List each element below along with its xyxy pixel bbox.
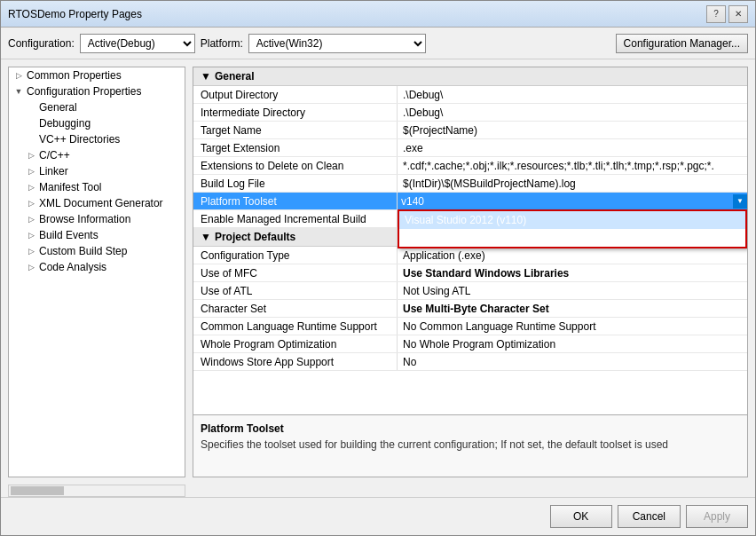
description-panel: Platform Toolset Specifies the toolset u… [193,414,747,477]
description-title: Platform Toolset [201,422,740,435]
tree-label-vc-directories: VC++ Directories [39,133,120,146]
ok-button[interactable]: OK [550,505,612,528]
config-manager-button[interactable]: Configuration Manager... [616,34,748,53]
tree-item-configuration-properties[interactable]: ▼ Configuration Properties [9,83,185,99]
tree-item-code-analysis[interactable]: ▷ Code Analysis [9,259,185,275]
prop-name-intermediate-dir: Intermediate Directory [193,104,398,121]
horizontal-scrollbar[interactable] [8,485,185,497]
prop-value-clr-support: No Common Language Runtime Support [398,318,747,335]
title-buttons: ? ✕ [706,5,748,23]
tree-item-manifest-tool[interactable]: ▷ Manifest Tool [9,179,185,195]
platform-toolset-value: v140 [398,193,733,209]
prop-name-build-log: Build Log File [193,175,398,192]
tree-label-common-properties: Common Properties [27,69,122,82]
toolbar: Configuration: Active(Debug) Platform: A… [1,28,755,59]
dropdown-option-vs2012[interactable]: Visual Studio 2012 (v110) [399,211,745,229]
tree-item-debugging[interactable]: Debugging [9,115,185,131]
scrollbar-area [1,485,755,497]
section-defaults-label: Project Defaults [215,231,295,243]
prop-target-ext[interactable]: Target Extension .exe [193,139,747,157]
prop-name-enable-managed: Enable Managed Incremental Build [193,210,398,227]
tree-label-build-events: Build Events [39,229,98,241]
tree-item-linker[interactable]: ▷ Linker [9,163,185,179]
prop-value-output-dir: .\Debug\ [398,86,747,103]
help-button[interactable]: ? [706,5,726,23]
platform-label: Platform: [201,37,243,50]
tree-label-debugging: Debugging [39,117,91,130]
config-label: Configuration: [8,37,75,50]
tree-label-browse-info: Browse Information [39,213,130,225]
footer: OK Cancel Apply [1,497,755,535]
tree-item-browse-info[interactable]: ▷ Browse Information [9,211,185,227]
prop-platform-toolset[interactable]: Platform Toolset v140 ▼ Visual Studio 20… [193,193,747,210]
tree-item-vc-directories[interactable]: VC++ Directories [9,131,185,147]
tree-item-general[interactable]: General [9,99,185,115]
toggle-icon-common: ▷ [12,71,25,80]
tree-item-custom-build[interactable]: ▷ Custom Build Step [9,243,185,259]
prop-build-log[interactable]: Build Log File $(IntDir)\$(MSBuildProjec… [193,175,747,193]
prop-name-output-dir: Output Directory [193,86,398,103]
platform-toolset-dropdown[interactable]: v140 ▼ Visual Studio 2012 (v110) <inheri… [398,193,747,209]
prop-target-name[interactable]: Target Name $(ProjectName) [193,122,747,139]
prop-intermediate-dir[interactable]: Intermediate Directory .\Debug\ [193,104,747,122]
prop-value-platform-toolset: v140 ▼ Visual Studio 2012 (v110) <inheri… [398,193,747,209]
tree-label-general: General [39,101,77,114]
tree-label-configuration-properties: Configuration Properties [27,85,141,98]
title-bar: RTOSDemo Property Pages ? ✕ [1,1,755,28]
prop-use-atl[interactable]: Use of ATL Not Using ATL [193,282,747,300]
prop-value-char-set: Use Multi-Byte Character Set [398,300,747,317]
prop-name-whole-program: Whole Program Optimization [193,335,398,352]
tree-item-xml-doc[interactable]: ▷ XML Document Generator [9,195,185,211]
tree-label-linker: Linker [39,165,68,177]
tree-item-build-events[interactable]: ▷ Build Events [9,227,185,243]
platform-toolset-popup: Visual Studio 2012 (v110) <inherit from … [398,209,747,248]
prop-use-mfc[interactable]: Use of MFC Use Standard Windows Librarie… [193,264,747,282]
right-properties-panel: ▼ General Output Directory .\Debug\ Inte… [193,67,748,477]
platform-dropdown[interactable]: Active(Win32) [248,34,426,53]
prop-clr-support[interactable]: Common Language Runtime Support No Commo… [193,318,747,335]
prop-value-target-ext: .exe [398,139,747,156]
dropdown-arrow-icon[interactable]: ▼ [733,194,747,209]
tree-label-custom-build: Custom Build Step [39,245,127,257]
tree-label-xml-doc: XML Document Generator [39,197,163,209]
prop-value-target-name: $(ProjectName) [398,122,747,138]
tree-label-cpp: C/C++ [39,149,70,162]
prop-value-use-atl: Not Using ATL [398,282,747,299]
apply-button[interactable]: Apply [686,505,748,528]
window-title: RTOSDemo Property Pages [8,8,142,20]
toggle-icon-buildevents: ▷ [25,231,37,240]
config-dropdown[interactable]: Active(Debug) [80,34,195,53]
tree-item-cpp[interactable]: ▷ C/C++ [9,147,185,163]
main-content: ▷ Common Properties ▼ Configuration Prop… [1,59,755,485]
prop-name-windows-store: Windows Store App Support [193,353,398,370]
toggle-icon-linker: ▷ [25,167,37,176]
tree-item-common-properties[interactable]: ▷ Common Properties [9,67,185,83]
toggle-icon-browse: ▷ [25,215,37,224]
close-button[interactable]: ✕ [728,5,748,23]
prop-name-config-type: Configuration Type [193,247,398,264]
prop-name-use-atl: Use of ATL [193,282,398,299]
property-pages-window: RTOSDemo Property Pages ? ✕ Configuratio… [0,0,756,536]
section-general: ▼ General [193,67,747,86]
prop-char-set[interactable]: Character Set Use Multi-Byte Character S… [193,300,747,318]
cancel-button[interactable]: Cancel [618,505,681,528]
prop-value-intermediate-dir: .\Debug\ [398,104,747,121]
prop-value-windows-store: No [398,353,747,370]
tree-label-code-analysis: Code Analysis [39,261,106,273]
dropdown-option-inherit[interactable]: <inherit from parent or project defaults… [399,229,745,247]
prop-name-target-name: Target Name [193,122,398,138]
scroll-thumb [11,486,64,495]
prop-windows-store[interactable]: Windows Store App Support No [193,353,747,371]
prop-name-use-mfc: Use of MFC [193,264,398,281]
prop-output-dir[interactable]: Output Directory .\Debug\ [193,86,747,104]
tree-label-manifest-tool: Manifest Tool [39,181,101,193]
prop-value-ext-delete: *.cdf;*.cache;*.obj;*.ilk;*.resources;*.… [398,157,747,174]
prop-config-type[interactable]: Configuration Type Application (.exe) [193,247,747,264]
toggle-icon-cpp: ▷ [25,151,37,160]
toggle-icon-codeanalysis: ▷ [25,263,37,272]
prop-whole-program[interactable]: Whole Program Optimization No Whole Prog… [193,335,747,353]
prop-name-platform-toolset: Platform Toolset [193,193,398,209]
prop-name-char-set: Character Set [193,300,398,317]
prop-value-whole-program: No Whole Program Optimization [398,335,747,352]
prop-ext-delete[interactable]: Extensions to Delete on Clean *.cdf;*.ca… [193,157,747,175]
